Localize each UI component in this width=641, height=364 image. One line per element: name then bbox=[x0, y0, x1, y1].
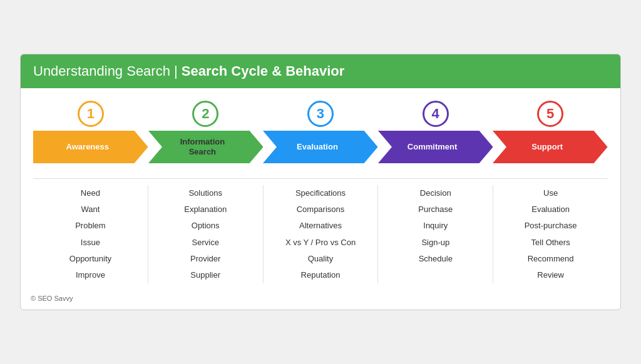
list-item: Use bbox=[496, 185, 605, 201]
list-item: Review bbox=[496, 267, 605, 283]
header: Understanding Search | Search Cycle & Be… bbox=[21, 54, 620, 88]
list-item: Purchase bbox=[381, 201, 490, 218]
list-item: Improve bbox=[36, 267, 145, 283]
data-col-1: NeedWantProblemIssueOpportunityImprove bbox=[33, 185, 148, 283]
step-3: 3Evaluation bbox=[263, 101, 378, 163]
step-arrow-4: Commitment bbox=[378, 131, 493, 163]
step-number-5: 5 bbox=[537, 101, 563, 127]
card: Understanding Search | Search Cycle & Be… bbox=[20, 54, 621, 310]
list-item: Provider bbox=[151, 251, 260, 267]
list-item: Supplier bbox=[151, 267, 260, 283]
list-item: Evaluation bbox=[496, 201, 605, 218]
svg-marker-4 bbox=[493, 131, 608, 163]
svg-marker-0 bbox=[33, 131, 148, 163]
list-item: Inquiry bbox=[381, 218, 490, 234]
list-item: Service bbox=[151, 235, 260, 251]
step-number-1: 1 bbox=[78, 101, 104, 127]
step-arrow-1: Awareness bbox=[33, 131, 148, 163]
list-item: Specifications bbox=[266, 185, 376, 201]
steps-row: 1Awareness2InformationSearch3Evaluation4… bbox=[33, 101, 608, 163]
list-item: Issue bbox=[36, 235, 145, 251]
step-arrow-5: Support bbox=[493, 131, 608, 163]
footer: © SEO Savvy bbox=[21, 290, 620, 310]
list-item: Alternatives bbox=[266, 218, 376, 234]
list-item: Schedule bbox=[381, 251, 490, 267]
title-bold: Search Cycle & Behavior bbox=[182, 63, 344, 79]
list-item: Decision bbox=[381, 185, 490, 201]
list-item: Recommend bbox=[496, 251, 605, 267]
list-item: Reputation bbox=[266, 267, 376, 283]
list-item: Comparisons bbox=[266, 201, 376, 218]
step-1: 1Awareness bbox=[33, 101, 148, 163]
step-4: 4Commitment bbox=[378, 101, 493, 163]
step-arrow-2: InformationSearch bbox=[148, 131, 264, 163]
svg-marker-2 bbox=[263, 131, 378, 163]
data-col-3: SpecificationsComparisonsAlternativesX v… bbox=[264, 185, 379, 283]
list-item: Want bbox=[36, 201, 145, 218]
svg-marker-1 bbox=[148, 131, 264, 163]
list-item: Tell Others bbox=[496, 235, 605, 251]
list-item: Quality bbox=[266, 251, 376, 267]
list-item: X vs Y / Pro vs Con bbox=[266, 235, 376, 251]
data-row: NeedWantProblemIssueOpportunityImproveSo… bbox=[33, 178, 608, 283]
data-col-2: SolutionsExplanationOptionsServiceProvid… bbox=[148, 185, 264, 283]
copyright: © SEO Savvy bbox=[31, 295, 73, 302]
data-col-4: DecisionPurchaseInquirySign-upSchedule bbox=[378, 185, 493, 283]
svg-marker-3 bbox=[378, 131, 493, 163]
title-plain: Understanding Search | bbox=[33, 63, 182, 79]
step-number-2: 2 bbox=[192, 101, 218, 127]
list-item: Explanation bbox=[151, 201, 260, 218]
page-title: Understanding Search | Search Cycle & Be… bbox=[33, 63, 608, 79]
step-2: 2InformationSearch bbox=[148, 101, 264, 163]
list-item: Problem bbox=[36, 218, 145, 234]
step-number-3: 3 bbox=[307, 101, 334, 127]
step-number-4: 4 bbox=[423, 101, 449, 127]
list-item: Need bbox=[36, 185, 145, 201]
step-5: 5Support bbox=[493, 101, 608, 163]
content-area: 1Awareness2InformationSearch3Evaluation4… bbox=[21, 88, 620, 290]
step-arrow-3: Evaluation bbox=[263, 131, 378, 163]
list-item: Opportunity bbox=[36, 251, 145, 267]
list-item: Solutions bbox=[151, 185, 260, 201]
data-col-5: UseEvaluationPost-purchaseTell OthersRec… bbox=[493, 185, 608, 283]
list-item: Options bbox=[151, 218, 260, 234]
list-item: Sign-up bbox=[381, 235, 490, 251]
list-item: Post-purchase bbox=[496, 218, 605, 234]
